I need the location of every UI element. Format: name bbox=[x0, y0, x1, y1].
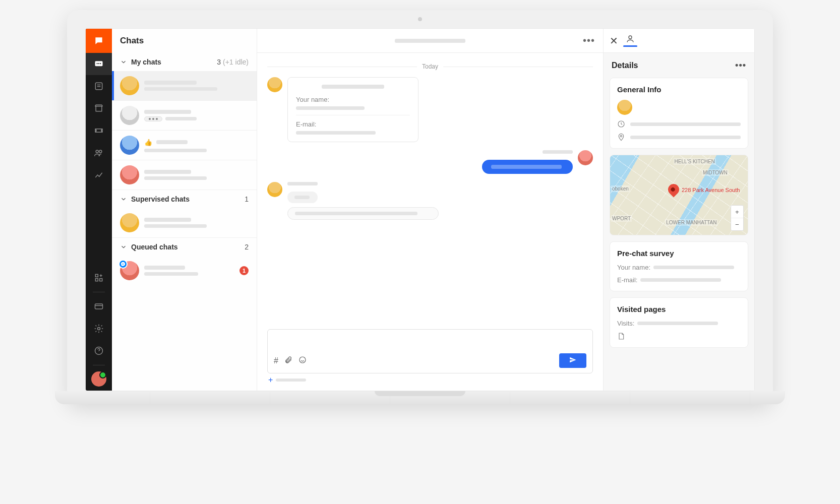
svg-point-1 bbox=[97, 63, 98, 64]
section-label: My chats bbox=[131, 58, 161, 66]
laptop-camera bbox=[418, 17, 422, 21]
map-label: LOWER MANHATTAN bbox=[665, 219, 717, 226]
message-row-incoming: Your name: E-mail: bbox=[267, 77, 593, 142]
section-queued[interactable]: Queued chats 2 bbox=[112, 238, 257, 256]
card-title: General Info bbox=[617, 85, 741, 94]
message-row-outgoing bbox=[267, 150, 593, 174]
current-user-avatar[interactable] bbox=[91, 371, 106, 387]
composer-area: # + bbox=[257, 329, 603, 391]
zoom-out-button[interactable]: − bbox=[731, 218, 743, 230]
visits-label: Visits: bbox=[617, 320, 634, 327]
chat-item[interactable] bbox=[112, 160, 257, 190]
chat-preview-placeholder bbox=[144, 224, 207, 228]
chat-preview-placeholder bbox=[144, 87, 217, 91]
svg-point-5 bbox=[96, 150, 98, 153]
location-map[interactable]: HELL'S KITCHEN MIDTOWN LOWER MANHATTAN o… bbox=[610, 155, 748, 235]
section-label: Supervised chats bbox=[131, 195, 190, 203]
map-label: MIDTOWN bbox=[702, 169, 729, 176]
message-bubble-sent bbox=[482, 160, 573, 174]
nav-tickets[interactable] bbox=[86, 119, 112, 142]
more-menu-icon[interactable]: ••• bbox=[583, 35, 595, 46]
details-tab-customer[interactable] bbox=[623, 34, 637, 47]
nav-help[interactable] bbox=[86, 340, 112, 362]
map-address: 228 Park Avenue South bbox=[682, 187, 740, 193]
sidebar-title: Chats bbox=[112, 29, 257, 53]
form-value-placeholder bbox=[296, 131, 376, 135]
add-shortcut-button[interactable]: + bbox=[267, 373, 593, 387]
nav-billing[interactable] bbox=[86, 295, 112, 318]
nav-archive[interactable] bbox=[86, 97, 112, 119]
svg-point-14 bbox=[629, 36, 632, 39]
svg-rect-4 bbox=[95, 83, 102, 89]
message-bubble-received bbox=[287, 207, 439, 220]
app-logo[interactable] bbox=[86, 29, 112, 53]
avatar bbox=[120, 213, 139, 232]
section-my-chats[interactable]: My chats 3 (+1 idle) bbox=[112, 53, 257, 71]
avatar bbox=[120, 261, 139, 280]
nav-visitors[interactable] bbox=[86, 75, 112, 97]
chat-name-placeholder bbox=[156, 140, 188, 144]
more-menu-icon[interactable]: ••• bbox=[735, 60, 746, 71]
card-title: Pre-chat survey bbox=[617, 249, 741, 258]
location-icon bbox=[617, 133, 625, 141]
nav-rail bbox=[86, 29, 112, 391]
chat-item[interactable] bbox=[112, 208, 257, 238]
svg-point-3 bbox=[100, 63, 101, 64]
close-icon[interactable]: ✕ bbox=[610, 35, 618, 47]
chat-name-placeholder bbox=[144, 110, 191, 114]
rail-divider bbox=[93, 292, 105, 292]
nav-agents[interactable] bbox=[86, 142, 112, 164]
details-panel: ✕ Details ••• General Info bbox=[603, 29, 754, 391]
chat-name-placeholder bbox=[144, 170, 191, 174]
hash-icon[interactable]: # bbox=[274, 356, 278, 365]
avatar bbox=[120, 165, 139, 184]
avatar bbox=[120, 136, 139, 155]
svg-point-13 bbox=[299, 357, 306, 363]
nav-chats[interactable] bbox=[86, 53, 112, 75]
laptop-frame: Chats My chats 3 (+1 idle) bbox=[67, 10, 773, 404]
form-value-placeholder bbox=[296, 106, 365, 110]
map-label: oboken bbox=[611, 185, 630, 192]
svg-rect-9 bbox=[100, 279, 102, 281]
details-title: Details ••• bbox=[604, 53, 754, 78]
page-icon bbox=[617, 332, 625, 340]
message-avatar bbox=[267, 182, 282, 197]
visits-value-placeholder bbox=[637, 322, 718, 325]
chat-item[interactable]: 👍 bbox=[112, 131, 257, 160]
message-row-incoming bbox=[267, 182, 593, 220]
typing-indicator bbox=[144, 116, 162, 121]
shortcut-placeholder bbox=[276, 379, 306, 382]
chat-item[interactable] bbox=[112, 101, 257, 131]
section-count: 2 bbox=[245, 243, 249, 251]
conversation-scroll[interactable]: Today Your name: E-mail: bbox=[257, 53, 603, 329]
message-bubble-received bbox=[287, 192, 318, 203]
zoom-in-button[interactable]: + bbox=[731, 206, 743, 218]
chat-item[interactable]: 1 bbox=[112, 256, 257, 285]
conversation-panel: ••• Today Your name: E-mail: bbox=[257, 29, 603, 391]
conversation-title-placeholder bbox=[395, 39, 465, 43]
emoji-icon[interactable] bbox=[298, 356, 307, 366]
map-pin-icon bbox=[666, 181, 681, 197]
chat-name-placeholder bbox=[144, 218, 191, 222]
chat-name-placeholder bbox=[144, 266, 185, 270]
thumbs-up-icon: 👍 bbox=[144, 139, 152, 146]
send-button[interactable] bbox=[559, 353, 586, 368]
form-title-placeholder bbox=[322, 85, 384, 89]
chat-preview-placeholder bbox=[144, 176, 207, 180]
message-avatar bbox=[578, 150, 593, 165]
nav-settings[interactable] bbox=[86, 318, 112, 340]
message-composer[interactable]: # bbox=[267, 329, 593, 373]
chat-preview-placeholder bbox=[165, 117, 197, 120]
app-screen: Chats My chats 3 (+1 idle) bbox=[85, 28, 755, 391]
attachment-icon[interactable] bbox=[284, 356, 292, 366]
avatar bbox=[120, 76, 139, 95]
visited-pages-card: Visited pages Visits: bbox=[610, 297, 748, 348]
section-count: 1 bbox=[245, 195, 249, 203]
nav-reports[interactable] bbox=[86, 164, 112, 186]
customer-avatar bbox=[617, 100, 632, 115]
general-info-card: General Info bbox=[610, 78, 748, 149]
chat-item[interactable] bbox=[112, 71, 257, 101]
nav-apps[interactable] bbox=[86, 267, 112, 289]
section-supervised[interactable]: Supervised chats 1 bbox=[112, 190, 257, 208]
rail-divider bbox=[93, 365, 105, 365]
